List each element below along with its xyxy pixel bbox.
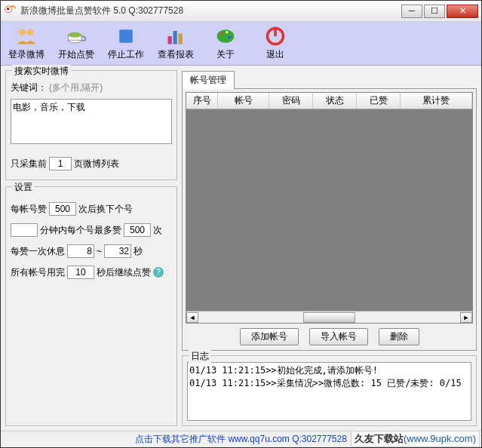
svg-rect-10 — [179, 34, 183, 44]
svg-rect-8 — [168, 36, 172, 44]
keyword-label: 关键词： — [11, 81, 47, 94]
settings-group: 设置 每帐号赞 次后换下个号 分钟内每个号最多赞 次 每赞一次休息 ~ — [5, 186, 177, 426]
about-button[interactable]: 关于 — [204, 24, 247, 63]
svg-point-13 — [226, 31, 229, 34]
rest-min-input[interactable] — [67, 244, 94, 258]
scroll-left-icon[interactable]: ◄ — [186, 312, 198, 323]
tab-account-manage[interactable]: 帐号管理 — [182, 71, 235, 89]
app-icon — [4, 5, 17, 18]
all-done-suffix: 秒后继续点赞 — [97, 266, 151, 279]
col-total-liked[interactable]: 累计赞 — [401, 93, 472, 109]
chart-icon — [165, 26, 186, 47]
collect-prefix: 只采集前 — [11, 158, 47, 170]
watermark: 久友下载站(www.9upk.com) — [351, 431, 480, 447]
scroll-track[interactable] — [198, 312, 460, 323]
search-group-title: 搜索实时微博 — [12, 65, 71, 78]
exit-button[interactable]: 退出 — [254, 24, 296, 63]
per-account-prefix: 每帐号赞 — [11, 203, 47, 216]
account-table: 序号 帐号 密码 状态 已赞 累计赞 ◄ ► — [186, 92, 473, 324]
account-button-row: 添加帐号 导入帐号 删除 — [186, 324, 473, 347]
col-liked[interactable]: 已赞 — [357, 93, 401, 109]
start-like-button[interactable]: 开始点赞 — [55, 24, 97, 63]
collect-suffix: 页微博列表 — [74, 158, 119, 170]
per-account-suffix: 次后换下个号 — [78, 203, 133, 216]
view-report-button[interactable]: 查看报表 — [155, 24, 197, 63]
account-tabset: 帐号管理 序号 帐号 密码 状态 已赞 累计赞 — [182, 70, 477, 351]
svg-point-1 — [7, 7, 9, 9]
stop-icon — [115, 26, 137, 47]
svg-point-3 — [27, 29, 34, 35]
login-weibo-button[interactable]: 登录微博 — [5, 24, 48, 63]
table-body[interactable] — [186, 109, 472, 311]
toolbar: 登录微博 开始点赞 停止工作 查看报表 关于 退出 — [1, 22, 481, 66]
window-title: 新浪微博批量点赞软件 5.0 Q:302777528 — [20, 5, 401, 17]
right-column: 帐号管理 序号 帐号 密码 状态 已赞 累计赞 — [182, 70, 477, 426]
minutes-input[interactable] — [11, 223, 38, 237]
content-area: 搜索实时微博 关键词： (多个用,隔开) 只采集前 页微博列表 设置 每帐号赞 … — [1, 66, 481, 431]
keyword-hint: (多个用,隔开) — [49, 81, 103, 94]
power-icon — [265, 26, 286, 47]
delete-account-button[interactable]: 删除 — [379, 328, 419, 345]
titlebar[interactable]: 新浪微博批量点赞软件 5.0 Q:302777528 ─ ☐ ✕ — [1, 1, 481, 22]
max-per-account-input[interactable] — [124, 223, 151, 237]
close-button[interactable]: ✕ — [447, 5, 478, 18]
footer-link[interactable]: 点击下载其它推广软件 www.qq7u.com Q:302777528 — [135, 433, 347, 446]
users-icon — [16, 26, 37, 47]
scroll-thumb[interactable] — [303, 312, 355, 323]
account-tab-body: 序号 帐号 密码 状态 已赞 累计赞 ◄ ► — [182, 88, 477, 351]
stop-button[interactable]: 停止工作 — [105, 24, 147, 63]
coffee-icon — [66, 26, 87, 47]
help-icon[interactable]: ? — [153, 267, 164, 278]
all-done-input[interactable] — [67, 265, 94, 279]
settings-group-title: 设置 — [12, 181, 35, 194]
h-scrollbar[interactable]: ◄ ► — [186, 311, 472, 323]
svg-point-6 — [69, 32, 82, 38]
minimize-button[interactable]: ─ — [401, 5, 422, 18]
svg-rect-16 — [274, 27, 277, 36]
minutes-mid: 分钟内每个号最多赞 — [40, 224, 121, 237]
add-account-button[interactable]: 添加帐号 — [240, 328, 299, 345]
palette-icon — [215, 26, 236, 47]
keyword-input[interactable] — [11, 99, 172, 144]
footer: 点击下载其它推广软件 www.qq7u.com Q:302777528 久友下载… — [1, 431, 481, 447]
svg-point-11 — [217, 29, 235, 43]
col-status[interactable]: 状态 — [313, 93, 357, 109]
collect-pages-input[interactable] — [49, 157, 72, 170]
minutes-suffix: 次 — [153, 224, 162, 237]
all-done-prefix: 所有帐号用完 — [11, 266, 65, 279]
scroll-right-icon[interactable]: ► — [460, 312, 472, 323]
left-column: 搜索实时微博 关键词： (多个用,隔开) 只采集前 页微博列表 设置 每帐号赞 … — [5, 70, 177, 426]
app-window: 新浪微博批量点赞软件 5.0 Q:302777528 ─ ☐ ✕ 登录微博 开始… — [0, 0, 482, 448]
table-header: 序号 帐号 密码 状态 已赞 累计赞 — [186, 93, 472, 109]
svg-rect-7 — [119, 29, 133, 43]
svg-point-14 — [229, 36, 232, 39]
log-group-title: 日志 — [189, 350, 211, 363]
svg-point-12 — [220, 32, 223, 35]
log-group: 日志 01/13 11:21:15>>初始化完成,请添加帐号! 01/13 11… — [182, 355, 477, 426]
rest-max-input[interactable] — [104, 244, 131, 258]
log-output[interactable]: 01/13 11:21:15>>初始化完成,请添加帐号! 01/13 11:21… — [187, 362, 471, 421]
search-group: 搜索实时微博 关键词： (多个用,隔开) 只采集前 页微博列表 — [5, 70, 177, 180]
window-controls: ─ ☐ ✕ — [401, 5, 478, 18]
rest-suffix: 秒 — [134, 245, 143, 258]
rest-sep: ~ — [97, 246, 102, 256]
maximize-button[interactable]: ☐ — [424, 5, 445, 18]
col-index[interactable]: 序号 — [186, 93, 218, 109]
svg-rect-9 — [173, 31, 177, 44]
svg-point-2 — [19, 29, 26, 35]
per-account-input[interactable] — [49, 202, 76, 216]
import-account-button[interactable]: 导入帐号 — [309, 328, 368, 345]
col-password[interactable]: 密码 — [269, 93, 313, 109]
rest-prefix: 每赞一次休息 — [11, 245, 65, 258]
col-account[interactable]: 帐号 — [218, 93, 269, 109]
